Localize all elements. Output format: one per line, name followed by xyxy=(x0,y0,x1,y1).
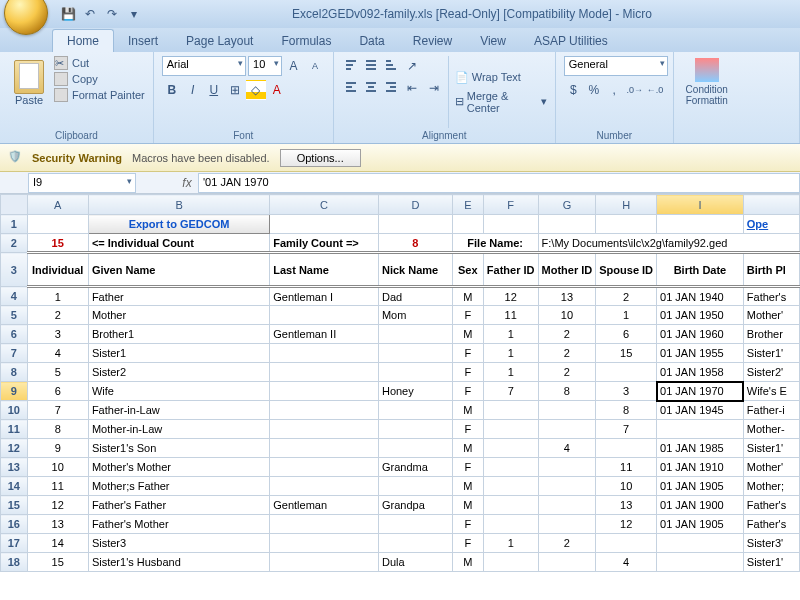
align-bottom-button[interactable] xyxy=(382,56,400,74)
decrease-indent-button[interactable]: ⇤ xyxy=(402,78,422,98)
bold-button[interactable]: B xyxy=(162,80,182,100)
col-header-F[interactable]: F xyxy=(483,195,538,215)
data-row[interactable]: 1310Mother's MotherGrandmaF1101 JAN 1910… xyxy=(1,458,800,477)
tab-insert[interactable]: Insert xyxy=(114,30,172,52)
col-header-D[interactable]: D xyxy=(378,195,452,215)
family-count[interactable]: 8 xyxy=(378,234,452,253)
tab-review[interactable]: Review xyxy=(399,30,466,52)
align-left-button[interactable] xyxy=(342,78,360,96)
wrap-icon: 📄 xyxy=(455,71,469,84)
data-row[interactable]: 1411Mother;s FatherM1001 JAN 1905Mother; xyxy=(1,477,800,496)
align-top-button[interactable] xyxy=(342,56,360,74)
comma-format-button[interactable]: , xyxy=(605,80,624,100)
col-header-H[interactable]: H xyxy=(596,195,657,215)
scissors-icon: ✂ xyxy=(54,56,68,70)
conditional-formatting-button[interactable]: Condition Formattin xyxy=(682,56,732,141)
increase-decimal-button[interactable]: .0→ xyxy=(625,80,644,100)
data-row[interactable]: 1613Father's MotherF1201 JAN 1905Father'… xyxy=(1,515,800,534)
number-format-combo[interactable]: General xyxy=(564,56,668,76)
title-bar: 💾 ↶ ↷ ▾ Excel2GEDv092-family.xls [Read-O… xyxy=(0,0,800,28)
brush-icon xyxy=(54,88,68,102)
security-message: Macros have been disabled. xyxy=(132,152,270,164)
number-label: Number xyxy=(564,128,665,141)
col-header-B[interactable]: B xyxy=(88,195,269,215)
name-box[interactable]: I9 xyxy=(28,173,136,193)
merge-center-button[interactable]: ⊟Merge & Center ▾ xyxy=(455,90,547,114)
undo-icon[interactable]: ↶ xyxy=(80,4,100,24)
row-2[interactable]: 2 15 <= Individual Count Family Count =>… xyxy=(1,234,800,253)
borders-button[interactable]: ⊞ xyxy=(225,80,245,100)
tab-data[interactable]: Data xyxy=(345,30,398,52)
row-1[interactable]: 1 Export to GEDCOM Ope xyxy=(1,215,800,234)
cut-button[interactable]: ✂Cut xyxy=(54,56,145,70)
save-icon[interactable]: 💾 xyxy=(58,4,78,24)
tab-view[interactable]: View xyxy=(466,30,520,52)
align-middle-button[interactable] xyxy=(362,56,380,74)
data-row[interactable]: 1512Father's FatherGentlemanGrandpaM1301… xyxy=(1,496,800,515)
data-row[interactable]: 85Sister2F1201 JAN 1958Sister2' xyxy=(1,363,800,382)
header-row[interactable]: 3 Individual Given Name Last Name Nick N… xyxy=(1,253,800,287)
orientation-button[interactable]: ↗ xyxy=(402,56,422,76)
fill-color-button[interactable]: ◇ xyxy=(246,80,266,100)
col-header-C[interactable]: C xyxy=(270,195,379,215)
data-row[interactable]: 96WifeHoneyF78301 JAN 1970Wife's E xyxy=(1,382,800,401)
underline-button[interactable]: U xyxy=(204,80,224,100)
col-header-G[interactable]: G xyxy=(538,195,596,215)
select-all-corner[interactable] xyxy=(1,195,28,215)
security-options-button[interactable]: Options... xyxy=(280,149,361,167)
spreadsheet-grid[interactable]: A B C D E F G H I 1 Export to GEDCOM Ope… xyxy=(0,194,800,572)
tab-asap[interactable]: ASAP Utilities xyxy=(520,30,622,52)
number-group: General $ % , .0→ ←.0 Number xyxy=(556,52,674,143)
col-header-E[interactable]: E xyxy=(452,195,483,215)
font-group: Arial 10 A A B I U ⊞ ◇ A Font xyxy=(154,52,334,143)
data-row[interactable]: 129Sister1's SonM401 JAN 1985Sister1' xyxy=(1,439,800,458)
paste-button[interactable]: Paste xyxy=(8,56,50,128)
accounting-format-button[interactable]: $ xyxy=(564,80,583,100)
col-header-I[interactable]: I xyxy=(657,195,744,215)
format-painter-button[interactable]: Format Painter xyxy=(54,88,145,102)
data-row[interactable]: 63Brother1Gentleman IIM12601 JAN 1960Bro… xyxy=(1,325,800,344)
tab-page-layout[interactable]: Page Layout xyxy=(172,30,267,52)
data-row[interactable]: 1815Sister1's HusbandDulaM4Sister1' xyxy=(1,553,800,572)
data-row[interactable]: 41FatherGentleman IDadM1213201 JAN 1940F… xyxy=(1,287,800,306)
font-name-combo[interactable]: Arial xyxy=(162,56,246,76)
tab-formulas[interactable]: Formulas xyxy=(267,30,345,52)
decrease-font-icon[interactable]: A xyxy=(305,56,325,76)
increase-indent-button[interactable]: ⇥ xyxy=(424,78,444,98)
redo-icon[interactable]: ↷ xyxy=(102,4,122,24)
increase-font-icon[interactable]: A xyxy=(284,56,304,76)
fx-icon[interactable]: fx xyxy=(176,176,198,190)
copy-button[interactable]: Copy xyxy=(54,72,145,86)
alignment-label: Alignment xyxy=(342,128,547,141)
ribbon-tabs: Home Insert Page Layout Formulas Data Re… xyxy=(0,28,800,52)
data-row[interactable]: 107Father-in-LawM801 JAN 1945Father-i xyxy=(1,401,800,420)
data-row[interactable]: 118Mother-in-LawF7Mother- xyxy=(1,420,800,439)
font-color-button[interactable]: A xyxy=(267,80,287,100)
wrap-text-button[interactable]: 📄Wrap Text xyxy=(455,71,547,84)
data-row[interactable]: 74Sister1F121501 JAN 1955Sister1' xyxy=(1,344,800,363)
merge-icon: ⊟ xyxy=(455,95,464,108)
qat-more-icon[interactable]: ▾ xyxy=(124,4,144,24)
col-header-A[interactable]: A xyxy=(27,195,88,215)
font-size-combo[interactable]: 10 xyxy=(248,56,282,76)
export-gedcom-button[interactable]: Export to GEDCOM xyxy=(88,215,269,234)
quick-access-toolbar: 💾 ↶ ↷ ▾ xyxy=(58,4,144,24)
data-row[interactable]: 52MotherMomF1110101 JAN 1950Mother' xyxy=(1,306,800,325)
ribbon: Paste ✂Cut Copy Format Painter Clipboard… xyxy=(0,52,800,144)
decrease-decimal-button[interactable]: ←.0 xyxy=(645,80,664,100)
formula-bar: I9 fx '01 JAN 1970 xyxy=(0,172,800,194)
percent-format-button[interactable]: % xyxy=(584,80,603,100)
open-link[interactable]: Ope xyxy=(743,215,799,234)
tab-home[interactable]: Home xyxy=(52,29,114,52)
data-row[interactable]: 1714Sister3F12Sister3' xyxy=(1,534,800,553)
individual-count[interactable]: 15 xyxy=(27,234,88,253)
formula-input[interactable]: '01 JAN 1970 xyxy=(198,173,800,193)
align-center-button[interactable] xyxy=(362,78,380,96)
italic-button[interactable]: I xyxy=(183,80,203,100)
window-title: Excel2GEDv092-family.xls [Read-Only] [Co… xyxy=(144,7,800,21)
clipboard-label: Clipboard xyxy=(8,128,145,141)
col-header-J[interactable] xyxy=(743,195,799,215)
file-name-cell[interactable]: F:\My Documents\ilc\x2g\family92.ged xyxy=(538,234,799,253)
clipboard-group: Paste ✂Cut Copy Format Painter Clipboard xyxy=(0,52,154,143)
align-right-button[interactable] xyxy=(382,78,400,96)
